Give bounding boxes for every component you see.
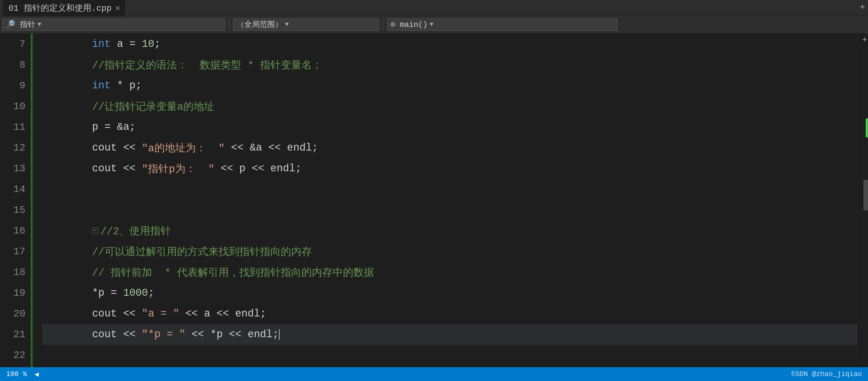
code-line[interactable]: cout << "a的地址为： " << &a << endl;: [42, 137, 857, 158]
token-num: 10: [142, 38, 154, 50]
line-number: 8: [0, 55, 25, 75]
code-line[interactable]: *p = 1000;: [42, 283, 857, 303]
line-number: 18: [0, 262, 25, 283]
tab-title: 01 指针的定义和使用.cpp: [8, 2, 111, 14]
tab-close-icon[interactable]: ✕: [115, 3, 120, 13]
line-number: 10: [0, 96, 25, 117]
line-number: 14: [0, 179, 25, 200]
token-plain: a =: [111, 38, 142, 50]
code-line[interactable]: [42, 179, 857, 200]
indent: [42, 246, 92, 257]
scroll-left-button[interactable]: ◀: [35, 370, 39, 378]
indent: [42, 80, 92, 91]
code-editor[interactable]: int a = 10; //指针定义的语法： 数据类型 * 指针变量名； int…: [38, 34, 857, 367]
code-line[interactable]: −//2、使用指针: [42, 220, 857, 241]
code-line[interactable]: //让指针记录变量a的地址: [42, 96, 857, 117]
token-cm: //可以通过解引用的方式来找到指针指向的内存: [92, 245, 312, 258]
editor: 78910111213141516171819202122 int a = 10…: [0, 34, 868, 367]
toolbar-separator: [229, 19, 229, 30]
function-label: ⊙ main(): [391, 20, 427, 29]
token-str: "*p = ": [142, 329, 185, 340]
scope-arrow-icon: ▼: [38, 21, 41, 28]
token-cm: // 指针前加 * 代表解引用，找到指针指向的内存中的数据: [92, 265, 374, 279]
function-dropdown[interactable]: ⊙ main() ▼: [387, 18, 618, 31]
text-cursor: [279, 329, 280, 340]
code-line[interactable]: //可以通过解引用的方式来找到指针指向的内存: [42, 241, 857, 262]
line-number: 22: [0, 345, 25, 366]
zoom-level[interactable]: 100 %: [6, 370, 27, 378]
token-cm: //2、使用指针: [101, 224, 171, 238]
indent: [42, 101, 92, 112]
indent: [42, 308, 92, 320]
token-kw: int: [92, 80, 111, 91]
scope-label: 🔎 指针: [6, 19, 35, 30]
line-number: 16: [0, 220, 25, 241]
code-line[interactable]: [42, 200, 857, 220]
line-number: 15: [0, 200, 25, 220]
code-line[interactable]: [42, 345, 857, 366]
line-number: 17: [0, 241, 25, 262]
scrollbar[interactable]: +: [857, 34, 868, 367]
indent: [42, 163, 92, 174]
indent: [42, 287, 92, 299]
code-line[interactable]: //指针定义的语法： 数据类型 * 指针变量名；: [42, 55, 857, 75]
global-scope-arrow-icon: ▼: [285, 21, 289, 28]
token-plain: cout <<: [92, 163, 142, 174]
indent: [42, 59, 92, 71]
token-cm: //指针定义的语法： 数据类型 * 指针变量名；: [92, 58, 322, 72]
token-str: "a = ": [142, 308, 179, 320]
toolbar-separator-2: [383, 19, 383, 30]
code-line[interactable]: cout << "指针p为： " << p << endl;: [42, 158, 857, 179]
line-number: 9: [0, 75, 25, 96]
token-plain: << p << endl;: [214, 163, 301, 174]
copyright-text: ©SDN @zhao_jiqiao: [791, 370, 862, 378]
line-number: 11: [0, 117, 25, 137]
token-str: "指针p为： ": [142, 162, 214, 176]
indent: [42, 225, 92, 237]
code-line[interactable]: p = &a;: [42, 117, 857, 137]
scope-dropdown[interactable]: 🔎 指针 ▼: [2, 18, 225, 31]
token-cm: //让指针记录变量a的地址: [92, 99, 215, 113]
global-scope-label: （全局范围）: [237, 19, 283, 30]
scroll-plus-icon[interactable]: +: [862, 35, 867, 45]
token-plain: p = &a;: [92, 121, 136, 133]
indent: [42, 184, 92, 195]
indent: [42, 142, 92, 154]
function-arrow-icon: ▼: [430, 21, 434, 28]
indent: [42, 350, 92, 361]
toolbar: 🔎 指针 ▼ （全局范围） ▼ ⊙ main() ▼: [0, 15, 868, 34]
token-plain: * p;: [111, 80, 142, 91]
token-plain: *p =: [92, 287, 123, 299]
line-number: 19: [0, 283, 25, 303]
code-line[interactable]: int a = 10;: [42, 34, 857, 55]
indent: [42, 267, 92, 278]
indent: [42, 329, 92, 340]
token-plain: ;: [154, 38, 161, 50]
line-numbers: 78910111213141516171819202122: [0, 34, 31, 367]
code-line[interactable]: // 指针前加 * 代表解引用，找到指针指向的内存中的数据: [42, 262, 857, 283]
title-bar: 01 指针的定义和使用.cpp ✕ +: [0, 0, 868, 15]
code-line[interactable]: cout << "a = " << a << endl;: [42, 303, 857, 324]
line-number: 20: [0, 303, 25, 324]
code-line[interactable]: int * p;: [42, 75, 857, 96]
editor-tab[interactable]: 01 指针的定义和使用.cpp ✕: [3, 0, 125, 16]
token-str: "a的地址为： ": [142, 141, 225, 155]
line-number: 7: [0, 34, 25, 55]
token-plain: << a << endl;: [179, 308, 266, 320]
line-number: 12: [0, 137, 25, 158]
status-bar: 100 % ◀ ©SDN @zhao_jiqiao: [0, 367, 868, 381]
code-line[interactable]: cout << "*p = " << *p << endl;: [42, 324, 857, 345]
token-plain: ;: [148, 287, 154, 299]
title-bar-plus: +: [860, 3, 865, 12]
line-number: 13: [0, 158, 25, 179]
token-plain: << &a << endl;: [225, 142, 318, 154]
indent: [42, 121, 92, 133]
token-kw: int: [92, 38, 111, 50]
token-num: 1000: [123, 287, 148, 299]
scroll-thumb[interactable]: [863, 180, 868, 210]
collapse-button[interactable]: −: [92, 228, 98, 234]
indent: [42, 38, 92, 50]
global-scope-dropdown[interactable]: （全局范围） ▼: [233, 18, 379, 31]
line-number: 21: [0, 324, 25, 345]
gutter: [31, 34, 38, 367]
